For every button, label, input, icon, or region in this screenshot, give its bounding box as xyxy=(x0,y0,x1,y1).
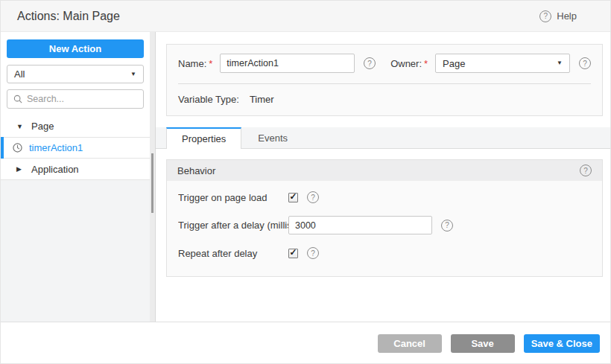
variable-type-row: Variable Type: Timer xyxy=(178,94,591,105)
behavior-help-icon[interactable]: ? xyxy=(580,165,592,176)
variable-type-value: Timer xyxy=(250,94,274,105)
timer-clock-icon xyxy=(13,143,22,153)
name-input[interactable] xyxy=(220,54,355,73)
collapse-arrow-icon: ▶ xyxy=(16,165,24,173)
owner-help-icon[interactable]: ? xyxy=(579,57,591,69)
actions-dialog: Actions: Main Page ? Help New Action All… xyxy=(0,0,611,364)
search-box[interactable] xyxy=(7,89,144,109)
repeat-after-delay-checkbox[interactable]: ✓ xyxy=(288,249,298,258)
behavior-section-title: Behavior xyxy=(177,165,215,176)
name-required-marker: * xyxy=(209,58,212,69)
new-action-button[interactable]: New Action xyxy=(7,39,144,58)
trigger-delay-help-icon[interactable]: ? xyxy=(441,220,453,232)
check-icon: ✓ xyxy=(289,192,297,201)
help-icon: ? xyxy=(539,10,551,22)
repeat-after-delay-help-icon[interactable]: ? xyxy=(307,247,319,259)
actions-tree: ▼ Page timerAction1 ▶ Application xyxy=(1,115,150,180)
cancel-button[interactable]: Cancel xyxy=(378,334,442,353)
tab-properties[interactable]: Properties xyxy=(166,127,241,149)
save-and-close-button[interactable]: Save & Close xyxy=(524,334,600,353)
tree-group-application[interactable]: ▶ Application xyxy=(1,159,150,180)
search-icon xyxy=(13,95,22,103)
filter-dropdown[interactable]: All ▼ xyxy=(7,65,144,83)
behavior-section: Behavior ? Trigger on page load ✓ ? Trig… xyxy=(166,159,603,277)
tree-group-page-label: Page xyxy=(31,121,54,132)
sidebar: New Action All ▼ ▼ Page xyxy=(1,32,150,322)
body: New Action All ▼ ▼ Page xyxy=(1,32,610,322)
scrollbar-thumb[interactable] xyxy=(151,153,153,213)
owner-label: Owner: xyxy=(390,58,422,69)
trigger-on-page-load-checkbox[interactable]: ✓ xyxy=(288,193,298,202)
owner-dropdown-value: Page xyxy=(443,58,465,69)
trigger-on-page-load-label: Trigger on page load xyxy=(178,192,288,203)
behavior-section-header: Behavior ? xyxy=(167,160,602,181)
name-owner-row: Name: * ? Owner: * Page ▼ ? xyxy=(178,54,591,73)
behavior-section-body: Trigger on page load ✓ ? Trigger after a… xyxy=(167,181,602,276)
tree-group-application-label: Application xyxy=(31,164,79,175)
prop-row-trigger-on-page-load: Trigger on page load ✓ ? xyxy=(178,191,591,203)
tree-group-page[interactable]: ▼ Page xyxy=(1,115,150,137)
footer-action-bar: Cancel Save Save & Close xyxy=(1,322,610,364)
tab-events[interactable]: Events xyxy=(241,127,304,148)
chevron-down-icon: ▼ xyxy=(130,71,136,77)
action-header-form: Name: * ? Owner: * Page ▼ ? Variable Typ… xyxy=(166,44,603,116)
prop-row-trigger-delay: Trigger after a delay (millisec... ? xyxy=(178,216,591,234)
help-label: Help xyxy=(557,10,577,22)
repeat-after-delay-label: Repeat after delay xyxy=(178,248,288,259)
tree-item-timeraction1-label: timerAction1 xyxy=(29,142,83,153)
sidebar-empty-area xyxy=(1,180,150,322)
owner-required-marker: * xyxy=(424,58,428,69)
tabs-bar: Properties Events xyxy=(156,127,610,149)
trigger-delay-input[interactable] xyxy=(288,216,432,234)
help-link[interactable]: ? Help xyxy=(539,10,577,22)
form-divider xyxy=(178,83,591,84)
chevron-down-icon: ▼ xyxy=(557,60,563,66)
tree-item-timeraction1[interactable]: timerAction1 xyxy=(1,137,150,159)
owner-dropdown[interactable]: Page ▼ xyxy=(435,54,570,73)
filter-dropdown-value: All xyxy=(14,68,25,80)
prop-row-repeat-after-delay: Repeat after delay ✓ ? xyxy=(178,247,591,259)
expand-arrow-icon: ▼ xyxy=(16,123,24,130)
name-label: Name: xyxy=(178,58,206,69)
variable-type-label: Variable Type: xyxy=(178,94,239,105)
trigger-on-page-load-help-icon[interactable]: ? xyxy=(307,191,319,203)
save-button[interactable]: Save xyxy=(451,334,515,353)
trigger-delay-label: Trigger after a delay (millisec... xyxy=(178,220,288,231)
sidebar-controls: New Action All ▼ xyxy=(1,32,150,109)
main-panel: Name: * ? Owner: * Page ▼ ? Variable Typ… xyxy=(156,32,610,322)
check-icon: ✓ xyxy=(289,248,297,257)
search-input[interactable] xyxy=(27,94,147,104)
name-help-icon[interactable]: ? xyxy=(364,57,376,69)
header: Actions: Main Page ? Help xyxy=(1,1,610,32)
sidebar-scrollbar xyxy=(150,32,156,322)
page-title: Actions: Main Page xyxy=(17,10,120,23)
